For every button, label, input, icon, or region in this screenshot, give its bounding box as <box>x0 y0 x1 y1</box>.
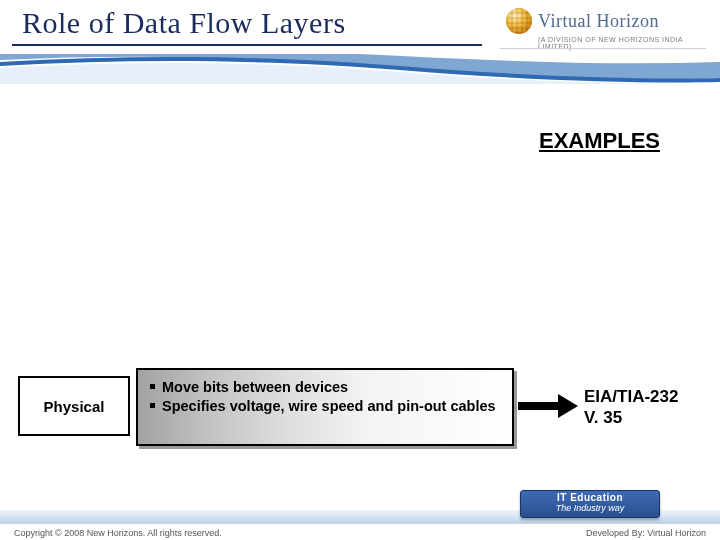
example-line-1: EIA/TIA-232 <box>584 386 714 407</box>
example-line-2: V. 35 <box>584 407 714 428</box>
header: Role of Data Flow Layers Virtual Horizon… <box>0 0 720 70</box>
title-underline <box>12 44 482 46</box>
slide-title: Role of Data Flow Layers <box>22 6 346 40</box>
arrow-shaft <box>518 402 560 410</box>
layer-name: Physical <box>44 398 105 415</box>
brand-logo: Virtual Horizon (A DIVISION OF NEW HORIZ… <box>506 8 706 50</box>
slide: Role of Data Flow Layers Virtual Horizon… <box>0 0 720 540</box>
example-text: EIA/TIA-232 V. 35 <box>584 386 714 429</box>
pill-line1: IT Education <box>521 492 659 503</box>
footer-pill: IT Education The Industry way <box>520 490 660 518</box>
brand-name: Virtual Horizon <box>538 11 659 32</box>
globe-icon <box>506 8 532 34</box>
examples-heading: EXAMPLES <box>539 128 660 154</box>
footer: IT Education The Industry way Copyright … <box>0 492 720 540</box>
layer-name-box: Physical <box>18 376 130 436</box>
brand-rule <box>500 48 706 49</box>
developed-by-text: Developed By: Virtual Horizon <box>586 528 706 538</box>
bullet-2: Specifies voltage, wire speed and pin-ou… <box>146 397 500 416</box>
layer-description-box: Move bits between devices Specifies volt… <box>136 368 514 446</box>
arrow-head-icon <box>558 394 578 418</box>
pill-line2: The Industry way <box>521 503 659 513</box>
bullet-1: Move bits between devices <box>146 378 500 397</box>
copyright-text: Copyright © 2008 New Horizons. All right… <box>14 528 222 538</box>
arrow <box>518 368 580 446</box>
layer-row: Physical Move bits between devices Speci… <box>18 368 702 446</box>
